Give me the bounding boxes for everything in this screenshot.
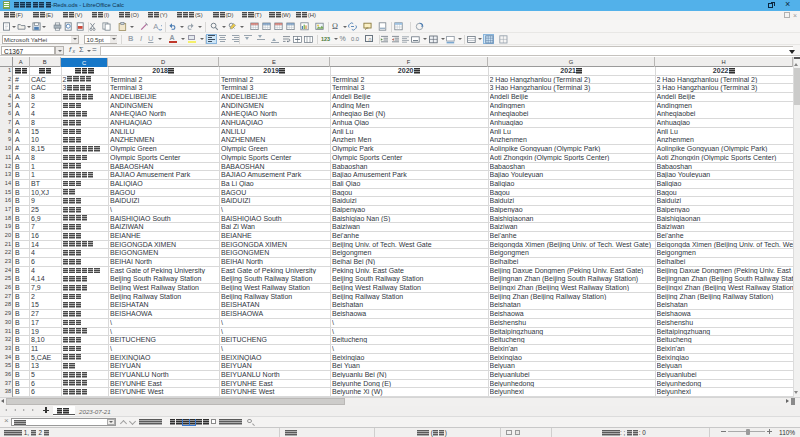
svg-text:A: A	[153, 22, 158, 31]
svg-text:Ω: Ω	[332, 22, 338, 31]
